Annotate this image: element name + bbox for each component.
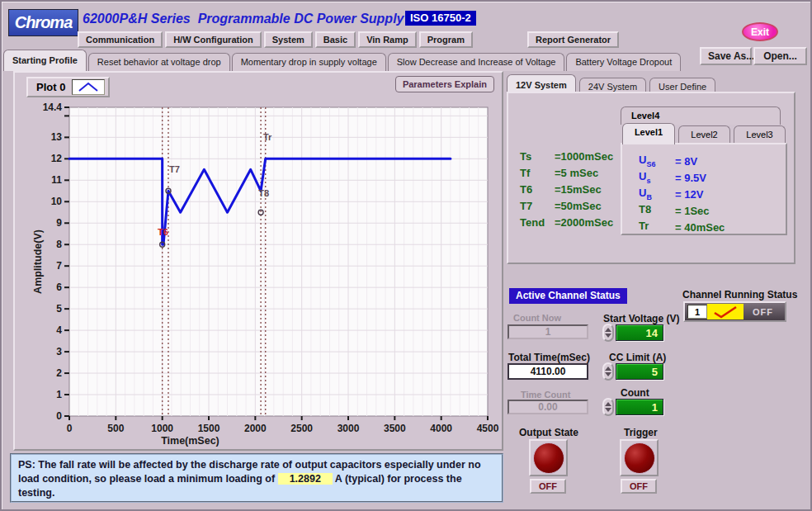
svg-text:3500: 3500 [384, 423, 406, 434]
level-parameter-row: T8 = 1Sec [639, 202, 786, 219]
output-state-button[interactable] [533, 442, 564, 474]
start-voltage-label: Start Voltage (V) [603, 313, 679, 324]
profile-chart: 01234567891011121314.4050010001500200025… [31, 97, 499, 449]
output-state-label: Output State [519, 427, 578, 438]
test-tab[interactable]: Slow Decrease and Increase of Voltage [388, 53, 565, 71]
svg-text:9: 9 [56, 217, 62, 229]
svg-text:1500: 1500 [198, 423, 220, 434]
exit-button[interactable]: Exit [742, 22, 778, 41]
cc-limit-stepper[interactable] [602, 362, 614, 381]
svg-text:T7: T7 [169, 164, 180, 174]
chroma-logo: Chroma [8, 9, 78, 36]
plot-panel: Plot 0 Parameters Explain 01234567891011… [13, 71, 503, 451]
menu-button[interactable]: Program [419, 31, 473, 48]
total-time-label: Total Time(mSec) [508, 352, 590, 363]
svg-text:Amplitude(V): Amplitude(V) [32, 229, 44, 294]
level1-parameters: US6 = 8V Us = 9.5V UB = 12V T8 = 1Sec [621, 143, 787, 235]
app-window: Chroma 62000P&H Series Programmable DC P… [0, 0, 812, 511]
timing-parameter-row: Tend =2000mSec [520, 214, 613, 230]
cc-limit-display[interactable]: 5 [616, 363, 663, 380]
svg-text:Time(mSec): Time(mSec) [161, 435, 220, 447]
svg-text:4500: 4500 [477, 423, 499, 434]
timing-parameter-row: T6 =15mSec [520, 181, 613, 197]
start-voltage-display[interactable]: 14 [616, 324, 663, 341]
menu-bar: CommunicationH/W ConfigurationSystemBasi… [78, 31, 473, 48]
cc-limit-label: CC Limit (A) [609, 352, 666, 363]
svg-text:500: 500 [107, 423, 124, 434]
svg-text:4000: 4000 [430, 423, 452, 434]
output-state-button-box [529, 439, 568, 476]
svg-text:1: 1 [56, 389, 62, 400]
menu-button[interactable]: System [264, 31, 313, 48]
total-time-field[interactable]: 4110.00 [508, 363, 588, 380]
test-tab[interactable]: Reset behavior at voltage drop [88, 53, 230, 71]
timing-parameter-row: Ts =1000mSec [520, 148, 613, 164]
svg-text:10: 10 [51, 196, 63, 207]
svg-text:Tr: Tr [263, 132, 272, 142]
count-label: Count [621, 387, 649, 399]
open-button[interactable]: Open... [753, 47, 807, 65]
output-state-off-indicator[interactable]: OFF [530, 479, 566, 494]
count-display[interactable]: 1 [616, 399, 663, 415]
svg-text:8: 8 [56, 239, 62, 250]
level-parameter-row: Tr = 40mSec [639, 219, 786, 235]
menu-button[interactable]: H/W Configuration [165, 31, 262, 48]
report-generator-button[interactable]: Report Generator [527, 31, 619, 48]
count-now-field: 1 [508, 324, 588, 339]
system-parameters-panel: Ts =1000mSec Tf =5 mSec T6 =15mSec T7 =5… [507, 92, 795, 264]
tab-level1[interactable]: Level1 [622, 123, 675, 144]
svg-text:4: 4 [56, 324, 62, 336]
ps-note: PS: The fall rate will be affected by th… [10, 453, 503, 503]
svg-text:5: 5 [56, 303, 62, 315]
plot-legend[interactable]: Plot 0 [26, 77, 110, 97]
time-count-field: 0.00 [508, 400, 588, 414]
trigger-button-box [620, 439, 659, 476]
svg-text:11: 11 [51, 174, 62, 186]
svg-text:2500: 2500 [290, 423, 313, 434]
timing-parameter-row: Tf =5 mSec [520, 164, 613, 181]
timing-parameters: Ts =1000mSec Tf =5 mSec T6 =15mSec T7 =5… [520, 148, 613, 230]
count-stepper[interactable] [602, 398, 614, 416]
parameters-explain-button[interactable]: Parameters Explain [395, 76, 494, 92]
channel-running-status-label: Channel Running Status [682, 289, 797, 300]
test-tab[interactable]: Battery Voltage Dropout [566, 53, 681, 71]
menu-button[interactable]: Communication [78, 31, 163, 48]
tab-level2[interactable]: Level2 [678, 125, 730, 144]
test-tab[interactable]: Starting Profile [3, 50, 87, 71]
svg-text:13: 13 [51, 131, 63, 143]
channel-running-status-widget[interactable]: 1 OFF [683, 301, 786, 322]
trigger-button[interactable] [624, 442, 655, 474]
trigger-off-indicator[interactable]: OFF [621, 479, 657, 494]
start-voltage-stepper[interactable] [602, 324, 614, 342]
iso-standard-badge: ISO 16750-2 [405, 11, 476, 26]
menu-button[interactable]: Vin Ramp [358, 31, 417, 48]
running-channel-number: 1 [687, 305, 707, 319]
level-parameter-row: UB = 12V [639, 186, 786, 202]
test-tab-bar: Starting ProfileReset behavior at voltag… [3, 50, 681, 71]
level-parameter-row: US6 = 8V [639, 153, 786, 169]
svg-text:0: 0 [56, 410, 62, 422]
svg-text:T8: T8 [258, 188, 269, 198]
running-state-value: OFF [744, 307, 782, 317]
tab-level4[interactable]: Level4 [621, 106, 781, 125]
svg-text:2: 2 [56, 367, 62, 379]
plot-line-swatch-icon [72, 79, 105, 95]
menu-button[interactable]: Basic [315, 31, 356, 48]
svg-text:T6: T6 [158, 227, 168, 237]
svg-text:14.4: 14.4 [43, 102, 63, 113]
timing-parameter-row: T7 =50mSec [520, 197, 613, 214]
svg-text:12: 12 [51, 153, 63, 164]
svg-text:7: 7 [56, 260, 62, 272]
level-parameter-row: Us = 9.5V [639, 169, 786, 186]
app-title: 62000P&H Series Programmable DC Power Su… [83, 12, 404, 26]
trigger-label: Trigger [624, 427, 658, 438]
svg-text:2000: 2000 [244, 423, 267, 434]
tab-level3[interactable]: Level3 [734, 125, 786, 144]
red-check-icon [711, 305, 739, 319]
svg-text:6: 6 [56, 282, 62, 293]
channel-check-toggle[interactable] [707, 304, 744, 319]
save-as-button[interactable]: Save As... [700, 47, 752, 65]
svg-text:3: 3 [56, 346, 62, 357]
svg-text:3000: 3000 [338, 423, 360, 434]
test-tab[interactable]: Momentary drop in supply voltage [232, 53, 386, 71]
